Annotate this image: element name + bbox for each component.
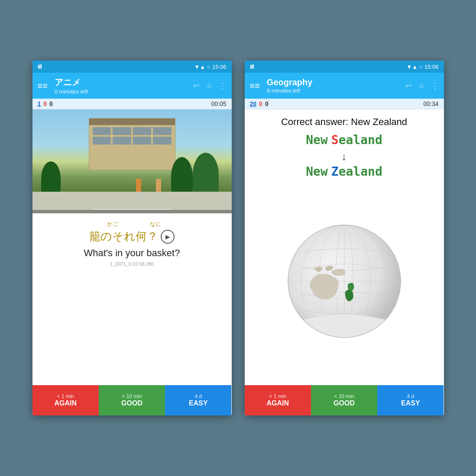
svg-rect-5	[253, 64, 254, 69]
phone1-actions: ↩ ☆ ⋮	[193, 81, 227, 90]
attempt-correct-part: ealand	[339, 133, 382, 147]
phone1-title: アニメ	[55, 77, 193, 88]
ruby-kago: かご	[107, 221, 118, 227]
phone2-status-bar: ▼▲ ○ 15:06	[245, 61, 444, 73]
phones-container: ▼▲ ○ 15:06 ≡ アニメ 0 minutes left ↩ ☆ ⋮ 1 …	[32, 61, 444, 415]
phone1-bottom-buttons: < 1 min AGAIN < 10 min GOOD 4 d EASY	[32, 385, 232, 415]
circle-icon2: ○	[419, 64, 423, 70]
phone1-more-icon[interactable]: ⋮	[219, 81, 227, 90]
figure-1	[136, 179, 141, 192]
card-id: 1_0071_0.03.58.280	[32, 261, 232, 267]
easy-label: EASY	[189, 399, 208, 407]
ruby-nani: なに	[150, 221, 161, 227]
correct-word1: New	[306, 164, 328, 179]
correct-rest: ealand	[339, 164, 382, 179]
anime-tree-1	[193, 153, 219, 196]
window	[133, 137, 152, 145]
easy-time: 4 d	[194, 393, 202, 399]
window	[113, 127, 131, 135]
svg-rect-4	[252, 64, 253, 69]
attempt-wrong-char: S	[331, 133, 339, 147]
phone2-good-time: < 10 min	[334, 393, 354, 399]
phone1-score-bar: 1 0 0 00:05	[32, 99, 232, 109]
phone2-app-bar: ≡ Geography 9 minutes left ↩ ☆ ⋮	[245, 73, 444, 99]
phone2-bottom-buttons: < 1 min AGAIN < 10 min GOOD 4 d EASY	[245, 385, 444, 415]
correct-answer-display: New Zealand	[306, 164, 382, 179]
attempt-word1: New	[306, 133, 328, 147]
phone2-title: Geography	[267, 77, 405, 87]
ruby-text: かご なに	[38, 220, 227, 228]
phone2-good-label: GOOD	[334, 399, 355, 407]
phone1-time: 15:06	[212, 64, 227, 70]
phone1-timer: 00:05	[211, 100, 226, 107]
phone1-undo-icon[interactable]: ↩	[193, 81, 200, 90]
phone2-undo-icon[interactable]: ↩	[405, 81, 412, 90]
phone1-star-icon[interactable]: ☆	[206, 81, 213, 90]
phone2-score-correct[interactable]: 20	[250, 100, 257, 107]
phone2-actions: ↩ ☆ ⋮	[405, 81, 439, 90]
phone2-again-button[interactable]: < 1 min AGAIN	[245, 385, 311, 415]
good-button[interactable]: < 10 min GOOD	[99, 385, 165, 415]
anime-tree-2	[171, 157, 193, 196]
phone2-timer: 00:34	[423, 100, 438, 107]
good-label: GOOD	[121, 399, 142, 407]
window	[153, 137, 172, 145]
phone2-score-bar: 20 0 0 00:34	[245, 99, 444, 109]
phone1: ▼▲ ○ 15:06 ≡ アニメ 0 minutes left ↩ ☆ ⋮ 1 …	[32, 61, 232, 415]
phone2-again-label: AGAIN	[266, 399, 289, 407]
good-time: < 10 min	[122, 393, 142, 399]
phone1-status-left	[38, 64, 45, 70]
attempt-word2: Sealand	[331, 133, 382, 147]
building-roof	[89, 119, 175, 125]
phone2-status-icons: ▼▲ ○ 15:06	[406, 64, 438, 70]
phone1-score-wrong: 0	[43, 100, 47, 107]
correction-arrow: ↓	[342, 151, 347, 163]
phone1-score-correct[interactable]: 1	[38, 100, 41, 107]
window	[153, 127, 172, 135]
window	[93, 137, 111, 145]
easy-button[interactable]: 4 d EASY	[165, 385, 231, 415]
user-attempt: New Sealand	[306, 133, 382, 147]
phone1-menu-button[interactable]: ≡	[38, 81, 48, 91]
phone2-content: Correct answer: New Zealand New Sealand …	[245, 109, 444, 385]
correct-answer-label: Correct answer: New Zealand	[281, 116, 407, 128]
japanese-text: 籠のそれ何？	[89, 229, 158, 244]
again-button[interactable]: < 1 min AGAIN	[32, 385, 99, 415]
phone2-more-icon[interactable]: ⋮	[431, 81, 439, 90]
anime-road	[32, 210, 232, 213]
phone2-easy-time: 4 d	[407, 393, 414, 399]
phone1-score-skip: 0	[49, 100, 53, 107]
phone2-easy-button[interactable]: 4 d EASY	[377, 385, 444, 415]
correct-char: Z	[331, 164, 339, 179]
phone2: ▼▲ ○ 15:06 ≡ Geography 9 minutes left ↩ …	[245, 61, 444, 415]
japanese-main-text: 籠のそれ何？ ▶	[38, 229, 227, 244]
phone2-title-block: Geography 9 minutes left	[267, 77, 405, 94]
phone2-status-left	[250, 64, 257, 70]
window	[133, 127, 152, 135]
svg-rect-3	[250, 65, 251, 69]
globe-svg	[284, 221, 405, 342]
wifi-icon2: ▼▲	[406, 64, 418, 70]
anime-scene-image	[32, 109, 232, 213]
phone2-menu-button[interactable]: ≡	[250, 81, 260, 91]
japanese-question-section: かご なに 籠のそれ何？ ▶	[32, 213, 232, 246]
play-audio-button[interactable]: ▶	[161, 230, 175, 244]
phone1-content: かご なに 籠のそれ何？ ▶ What's in your basket? 1_…	[32, 109, 232, 385]
phone2-star-icon[interactable]: ☆	[418, 81, 425, 90]
globe-container	[284, 184, 405, 378]
phone2-score-wrong: 0	[259, 100, 262, 107]
svg-rect-2	[41, 64, 42, 69]
phone2-again-time: < 1 min	[269, 393, 286, 399]
wifi-icon: ▼▲	[194, 64, 205, 70]
building	[89, 118, 175, 170]
correct-word2: Zealand	[331, 164, 382, 179]
phone1-subtitle: 0 minutes left	[55, 88, 193, 95]
phone1-status-bar: ▼▲ ○ 15:06	[32, 61, 232, 73]
anime-ground	[32, 192, 232, 213]
phone2-subtitle: 9 minutes left	[267, 87, 405, 94]
phone2-time: 15:06	[424, 64, 439, 70]
phone2-good-button[interactable]: < 10 min GOOD	[311, 385, 377, 415]
english-translation: What's in your basket?	[32, 246, 232, 261]
window	[113, 137, 131, 145]
anime-tree-3	[41, 161, 61, 196]
